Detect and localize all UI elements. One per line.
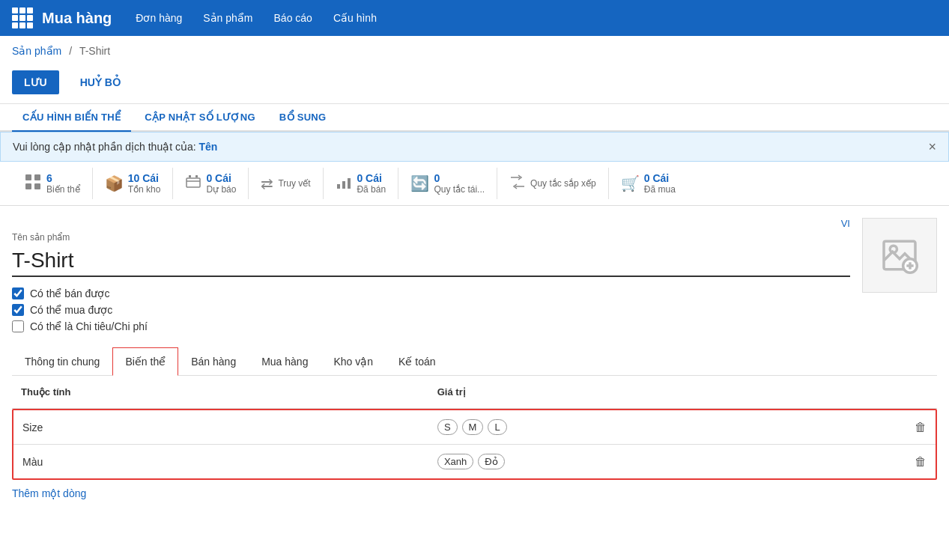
checkbox-can-buy[interactable]: Có thể mua được — [12, 304, 850, 316]
top-navigation: Mua hàng Đơn hàng Sản phẩm Báo cáo Cấu h… — [0, 0, 949, 36]
breadcrumb-current: T-Shirt — [79, 45, 110, 57]
nav-bao-cao[interactable]: Báo cáo — [274, 12, 312, 24]
stats-bar: 6 Biến thể 📦 10 Cái Tồn kho 0 Cái Dự báo… — [0, 162, 949, 206]
variants-icon — [24, 173, 42, 195]
inner-tab-mua-hang[interactable]: Mua hàng — [249, 347, 321, 376]
svg-rect-5 — [189, 175, 191, 177]
val-size: S M L — [428, 415, 906, 439]
breadcrumb-separator: / — [69, 45, 75, 57]
nav-don-hang[interactable]: Đơn hàng — [136, 12, 182, 24]
can-buy-checkbox[interactable] — [12, 304, 24, 316]
variants-table-body: Size S M L 🗑 Màu Xanh Đỏ 🗑 — [12, 409, 937, 480]
lang-indicator: VI — [12, 218, 850, 229]
inner-tabs: Thông tin chung Biến thể Bán hàng Mua hà… — [12, 347, 937, 376]
attr-mau: Màu — [13, 451, 428, 472]
svg-rect-3 — [34, 183, 40, 189]
notice-text: Vui lòng cập nhật phần dịch thuật của: T… — [13, 141, 217, 153]
product-section: VI Tên sản phẩm Có thể bán được Có thể m… — [12, 218, 937, 332]
attr-size: Size — [13, 417, 428, 438]
tag-xanh[interactable]: Xanh — [437, 454, 473, 469]
checkbox-expense[interactable]: Có thể là Chi tiêu/Chi phí — [12, 320, 850, 332]
breadcrumb-parent[interactable]: Sản phẩm — [12, 45, 61, 57]
tag-m[interactable]: M — [462, 419, 484, 435]
main-content: VI Tên sản phẩm Có thể bán được Có thể m… — [0, 206, 949, 519]
forecast-label: Dự báo — [206, 184, 236, 195]
product-name-input[interactable] — [12, 246, 850, 277]
svg-rect-2 — [25, 183, 31, 189]
add-row-link[interactable]: Thêm một dòng — [12, 480, 86, 507]
expense-checkbox[interactable] — [12, 320, 24, 332]
cancel-button[interactable]: HUỶ BỎ — [68, 70, 133, 94]
reorder-count: 0 — [434, 172, 485, 184]
checkbox-can-sell[interactable]: Có thể bán được — [12, 287, 850, 299]
notice-close-button[interactable]: × — [928, 140, 936, 153]
stat-bien-the[interactable]: 6 Biến thể — [12, 168, 93, 199]
reorder-icon: 🔄 — [410, 174, 429, 192]
delete-mau-button[interactable]: 🗑 — [915, 455, 927, 469]
notice-field: Tên — [199, 141, 218, 153]
table-row: Size S M L 🗑 — [13, 410, 936, 445]
stat-quy-tac-tai[interactable]: 🔄 0 Quy tắc tái... — [398, 168, 497, 199]
purchased-count: 0 Cái — [644, 172, 676, 184]
svg-rect-8 — [337, 184, 340, 189]
stat-da-ban[interactable]: 0 Cái Đã bán — [324, 168, 398, 199]
tag-s[interactable]: S — [437, 419, 458, 435]
brand-title: Mua hàng — [42, 10, 112, 27]
app-grid-icon[interactable] — [12, 7, 33, 28]
svg-rect-0 — [25, 174, 31, 180]
table-row: Màu Xanh Đỏ 🗑 — [13, 445, 936, 478]
purchased-icon: 🛒 — [621, 174, 640, 192]
val-mau: Xanh Đỏ — [428, 449, 906, 474]
forecast-icon — [185, 174, 201, 194]
nav-cau-hinh[interactable]: Cấu hình — [333, 12, 377, 24]
sort-icon — [509, 174, 526, 194]
svg-rect-10 — [348, 178, 351, 189]
inner-tab-kho-van[interactable]: Kho vận — [321, 347, 386, 376]
product-name-label: Tên sản phẩm — [12, 232, 850, 243]
sub-tab-cap-nhat[interactable]: CẬP NHẬT SỐ LƯỢNG — [134, 104, 266, 132]
product-form: VI Tên sản phẩm Có thể bán được Có thể m… — [12, 218, 850, 332]
stat-sap-xep[interactable]: Quy tắc sắp xếp — [497, 168, 609, 199]
purchased-label: Đã mua — [644, 184, 676, 195]
can-sell-label: Có thể bán được — [30, 287, 109, 299]
action-bar: LƯU HUỶ BỎ — [0, 66, 949, 103]
stat-da-mua[interactable]: 🛒 0 Cái Đã mua — [609, 168, 688, 199]
trace-label: Truy vết — [278, 178, 310, 189]
stat-ton-kho[interactable]: 📦 10 Cái Tồn kho — [93, 168, 174, 199]
inner-tab-ban-hang[interactable]: Bán hàng — [178, 347, 249, 376]
sub-tab-cau-hinh[interactable]: CẤU HÌNH BIẾN THỂ — [12, 104, 131, 132]
delete-size-button[interactable]: 🗑 — [915, 421, 927, 434]
variants-label: Biến thể — [46, 184, 80, 195]
variants-section: Thuộc tính Giá trị Size S M L 🗑 Màu — [12, 376, 937, 507]
checkbox-group: Có thể bán được Có thể mua được Có thể l… — [12, 287, 850, 332]
sub-tab-bo-sung[interactable]: BỔ SUNG — [269, 104, 337, 132]
svg-rect-9 — [342, 181, 345, 189]
notice-bar: Vui lòng cập nhật phần dịch thuật của: T… — [0, 132, 949, 162]
col-attr-header: Thuộc tính — [12, 382, 428, 402]
col-val-header: Giá trị — [428, 382, 907, 402]
tag-do[interactable]: Đỏ — [478, 454, 504, 469]
forecast-count: 0 Cái — [206, 172, 236, 184]
sold-label: Đã bán — [357, 184, 386, 195]
variants-count: 6 — [46, 172, 80, 184]
svg-rect-1 — [34, 174, 40, 180]
stat-truy-vet[interactable]: ⇄ Truy vết — [249, 168, 324, 199]
inventory-label: Tồn kho — [128, 184, 161, 195]
sort-label: Quy tắc sắp xếp — [530, 178, 596, 189]
sold-count: 0 Cái — [357, 172, 386, 184]
tag-l[interactable]: L — [488, 419, 506, 435]
inner-tab-thong-tin[interactable]: Thông tin chung — [12, 347, 112, 376]
lang-code: VI — [841, 218, 850, 229]
inner-tab-bien-the[interactable]: Biến thể — [112, 347, 178, 376]
can-sell-checkbox[interactable] — [12, 287, 24, 299]
stat-du-bao[interactable]: 0 Cái Dự báo — [173, 168, 249, 199]
sub-navigation: CẤU HÌNH BIẾN THỂ CẬP NHẬT SỐ LƯỢNG BỔ S… — [0, 104, 949, 132]
product-image-upload[interactable] — [862, 218, 937, 293]
add-row-container: Thêm một dòng — [12, 480, 937, 507]
nav-san-pham[interactable]: Sản phẩm — [203, 12, 252, 24]
inventory-icon: 📦 — [105, 174, 124, 192]
save-button[interactable]: LƯU — [12, 70, 59, 94]
reorder-label: Quy tắc tái... — [434, 184, 485, 195]
inner-tab-ke-toan[interactable]: Kế toán — [386, 347, 448, 376]
svg-rect-4 — [187, 178, 200, 187]
